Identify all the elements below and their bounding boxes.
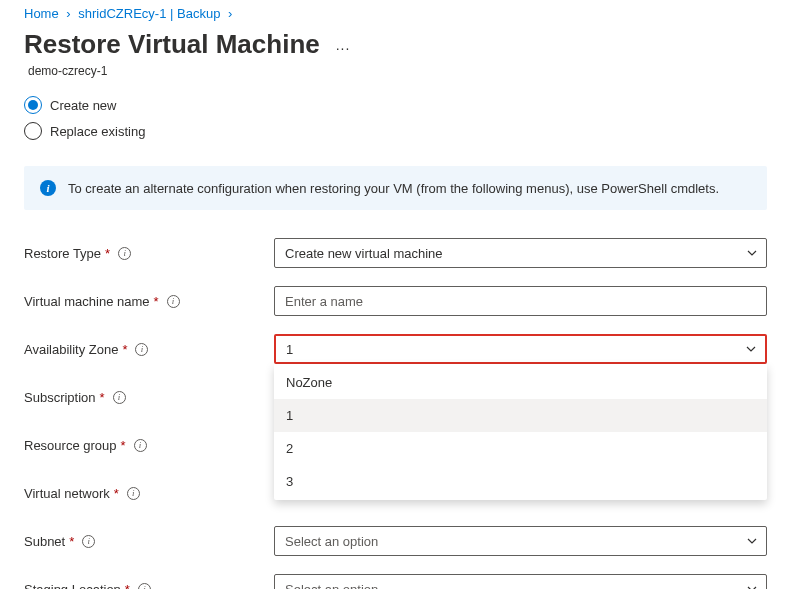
required-mark: *: [69, 534, 74, 549]
staging-location-select[interactable]: Select an option: [274, 574, 767, 589]
required-mark: *: [122, 342, 127, 357]
radio-label: Replace existing: [50, 124, 145, 139]
required-mark: *: [125, 582, 130, 590]
help-icon[interactable]: i: [113, 391, 126, 404]
more-icon[interactable]: ···: [336, 34, 351, 56]
help-icon[interactable]: i: [82, 535, 95, 548]
chevron-down-icon: [745, 343, 757, 355]
availability-zone-options: NoZone 1 2 3: [274, 364, 767, 500]
subnet-label: Subnet: [24, 534, 65, 549]
chevron-right-icon: ›: [66, 6, 70, 21]
subscription-label: Subscription: [24, 390, 96, 405]
breadcrumb: Home › shridCZREcy-1 | Backup ›: [24, 0, 767, 23]
info-text: To create an alternate configuration whe…: [68, 181, 719, 196]
restore-type-select[interactable]: Create new virtual machine: [274, 238, 767, 268]
chevron-down-icon: [746, 583, 758, 589]
help-icon[interactable]: i: [135, 343, 148, 356]
required-mark: *: [114, 486, 119, 501]
required-mark: *: [100, 390, 105, 405]
chevron-down-icon: [746, 535, 758, 547]
required-mark: *: [105, 246, 110, 261]
chevron-down-icon: [746, 247, 758, 259]
vm-name-label: Virtual machine name: [24, 294, 150, 309]
required-mark: *: [154, 294, 159, 309]
az-option-2[interactable]: 2: [274, 432, 767, 465]
restore-form: Restore Type * i Create new virtual mach…: [24, 238, 767, 589]
chevron-right-icon: ›: [228, 6, 232, 21]
help-icon[interactable]: i: [138, 583, 151, 590]
restore-mode-group: Create new Replace existing: [24, 92, 767, 144]
resource-group-label: Resource group: [24, 438, 117, 453]
radio-selected-icon: [24, 96, 42, 114]
radio-label: Create new: [50, 98, 116, 113]
breadcrumb-home[interactable]: Home: [24, 6, 59, 21]
info-icon: i: [40, 180, 56, 196]
page-title: Restore Virtual Machine: [24, 29, 320, 60]
help-icon[interactable]: i: [127, 487, 140, 500]
radio-icon: [24, 122, 42, 140]
az-option-1[interactable]: 1: [274, 399, 767, 432]
availability-zone-label: Availability Zone: [24, 342, 118, 357]
page-subtitle: demo-czrecy-1: [28, 64, 767, 78]
help-icon[interactable]: i: [118, 247, 131, 260]
radio-create-new[interactable]: Create new: [24, 92, 767, 118]
help-icon[interactable]: i: [167, 295, 180, 308]
az-option-nozone[interactable]: NoZone: [274, 366, 767, 399]
restore-type-label: Restore Type: [24, 246, 101, 261]
info-banner: i To create an alternate configuration w…: [24, 166, 767, 210]
vm-name-input[interactable]: Enter a name: [274, 286, 767, 316]
subnet-select[interactable]: Select an option: [274, 526, 767, 556]
az-option-3[interactable]: 3: [274, 465, 767, 498]
availability-zone-select[interactable]: 1: [274, 334, 767, 364]
help-icon[interactable]: i: [134, 439, 147, 452]
breadcrumb-backup[interactable]: shridCZREcy-1 | Backup: [78, 6, 220, 21]
virtual-network-label: Virtual network: [24, 486, 110, 501]
required-mark: *: [121, 438, 126, 453]
staging-location-label: Staging Location: [24, 582, 121, 590]
radio-replace-existing[interactable]: Replace existing: [24, 118, 767, 144]
